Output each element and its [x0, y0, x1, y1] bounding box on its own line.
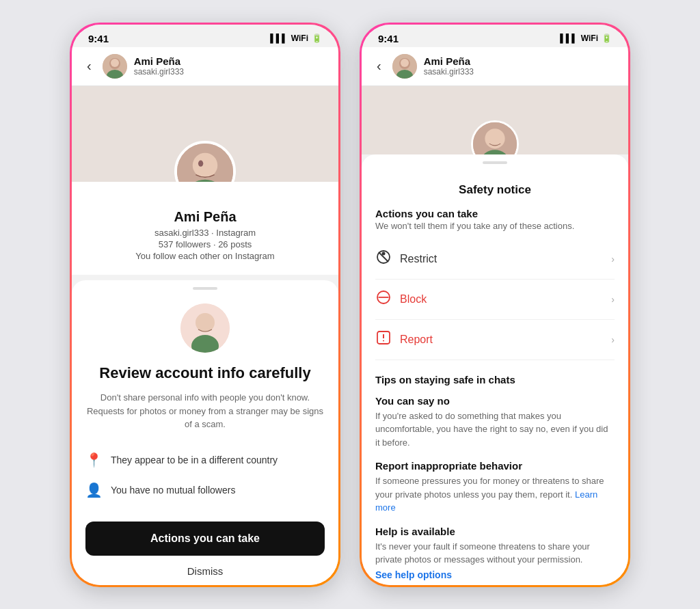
dismiss-button[interactable]: Dismiss	[85, 565, 325, 577]
profile-info: Ami Peña sasaki.girl333 · Instagram 537 …	[72, 182, 338, 275]
profile-meta: sasaki.girl333 · Instagram	[85, 228, 325, 238]
nav-name-1: Ami Peña	[134, 55, 184, 67]
svg-point-20	[382, 252, 386, 255]
tip-report-text: If someone pressures you for money or th…	[375, 474, 615, 515]
report-label: Report	[400, 334, 433, 346]
restrict-icon	[375, 249, 392, 269]
tip-help-title: Help is available	[375, 526, 615, 537]
nav-info-2: Ami Peña sasaki.girl333	[424, 55, 474, 77]
nav-username-2: sasaki.girl333	[424, 67, 474, 77]
status-icons-1: ▌▌▌ WiFi 🔋	[270, 33, 322, 43]
sheet-handle-1	[193, 287, 217, 290]
back-button-2[interactable]: ‹	[373, 57, 386, 75]
battery-icon-2: 🔋	[602, 33, 612, 43]
battery-icon-1: 🔋	[312, 33, 322, 43]
report-row[interactable]: Report ›	[375, 320, 615, 360]
status-bar-2: 9:41 ▌▌▌ WiFi 🔋	[362, 25, 628, 47]
status-bar-1: 9:41 ▌▌▌ WiFi 🔋	[72, 25, 338, 47]
phone-1: 9:41 ▌▌▌ WiFi 🔋 ‹ Ami Peña sasaki.girl33	[70, 23, 340, 587]
tip-say-no-title: You can say no	[375, 395, 615, 407]
block-chevron: ›	[611, 294, 615, 305]
see-help-options-link[interactable]: See help options	[375, 569, 615, 580]
actions-button[interactable]: Actions you can take	[85, 522, 325, 556]
warning-text-country: They appear to be in a different country	[111, 455, 278, 465]
nav-name-2: Ami Peña	[424, 55, 474, 67]
status-time-2: 9:41	[378, 33, 399, 44]
svg-point-14	[401, 59, 409, 67]
actions-section-subtitle: We won't tell them if you take any of th…	[375, 221, 615, 231]
warning-list: 📍 They appear to be in a different count…	[85, 445, 325, 505]
back-button-1[interactable]: ‹	[83, 57, 96, 75]
tips-section-title: Tips on staying safe in chats	[375, 374, 615, 385]
svg-point-5	[193, 152, 217, 177]
phone-2: 9:41 ▌▌▌ WiFi 🔋 ‹ Ami Peña sasaki.girl33	[360, 23, 630, 587]
wifi-icon-2: WiFi	[581, 33, 598, 43]
learn-more-link[interactable]: Learn more	[375, 489, 597, 513]
warning-text-mutual: You have no mutual followers	[111, 485, 235, 496]
svg-point-7	[198, 160, 203, 166]
actions-section: Actions you can take We won't tell them …	[375, 208, 615, 360]
block-label: Block	[400, 293, 427, 306]
phone-2-screen: 9:41 ▌▌▌ WiFi 🔋 ‹ Ami Peña sasaki.girl33	[362, 25, 628, 585]
tip-help-text: It's never your fault if someone threate…	[375, 540, 615, 567]
signal-icon-2: ▌▌▌	[560, 33, 578, 43]
block-row[interactable]: Block ›	[375, 280, 615, 320]
status-time-1: 9:41	[88, 33, 109, 44]
location-icon: 📍	[85, 452, 103, 468]
profile-name: Ami Peña	[85, 209, 325, 225]
nav-username-1: sasaki.girl333	[134, 67, 184, 77]
bottom-sheet-1: Review account info carefully Don't shar…	[72, 280, 338, 585]
sheet-handle-2	[483, 161, 507, 164]
nav-avatar-1	[103, 54, 127, 79]
svg-point-25	[383, 340, 384, 341]
nav-avatar-2	[392, 54, 417, 79]
tip-say-no-text: If you're asked to do something that mak…	[375, 409, 615, 450]
warning-item-country: 📍 They appear to be in a different count…	[85, 445, 325, 475]
tip-say-no: You can say no If you're asked to do som…	[375, 395, 615, 450]
nav-info-1: Ami Peña sasaki.girl333	[134, 55, 184, 77]
safety-profile-background	[362, 86, 628, 154]
profile-followers: 537 followers · 26 posts	[85, 239, 325, 249]
status-icons-2: ▌▌▌ WiFi 🔋	[560, 33, 612, 43]
restrict-row[interactable]: Restrict ›	[375, 239, 615, 280]
block-icon	[375, 289, 392, 310]
svg-point-3	[111, 59, 119, 67]
warning-item-mutual: 👤 You have no mutual followers	[85, 475, 325, 505]
restrict-label: Restrict	[400, 253, 437, 265]
nav-bar-2: ‹ Ami Peña sasaki.girl333	[362, 47, 628, 86]
safety-notice-title: Safety notice	[375, 183, 615, 197]
report-icon	[375, 329, 392, 350]
wifi-icon-1: WiFi	[291, 33, 308, 43]
person-icon: 👤	[85, 482, 103, 498]
restrict-chevron: ›	[611, 254, 615, 265]
tips-section: Tips on staying safe in chats You can sa…	[375, 374, 615, 580]
warning-subtitle: Don't share personal info with people yo…	[85, 391, 325, 431]
nav-bar-1: ‹ Ami Peña sasaki.girl333	[72, 47, 338, 86]
profile-background-1	[72, 86, 338, 182]
warning-title: Review account info carefully	[85, 364, 325, 383]
warning-avatar	[180, 303, 230, 353]
tip-help-available: Help is available It's never your fault …	[375, 526, 615, 580]
phone-1-screen: 9:41 ▌▌▌ WiFi 🔋 ‹ Ami Peña sasaki.girl33	[72, 25, 338, 585]
actions-section-title: Actions you can take	[375, 208, 615, 219]
tip-report-behavior: Report inappropriate behavior If someone…	[375, 460, 615, 515]
signal-icon-1: ▌▌▌	[270, 33, 288, 43]
safety-sheet: Safety notice Actions you can take We wo…	[362, 154, 628, 585]
tip-report-title: Report inappropriate behavior	[375, 460, 615, 472]
report-chevron: ›	[611, 334, 615, 345]
profile-mutual: You follow each other on Instagram	[85, 251, 325, 261]
